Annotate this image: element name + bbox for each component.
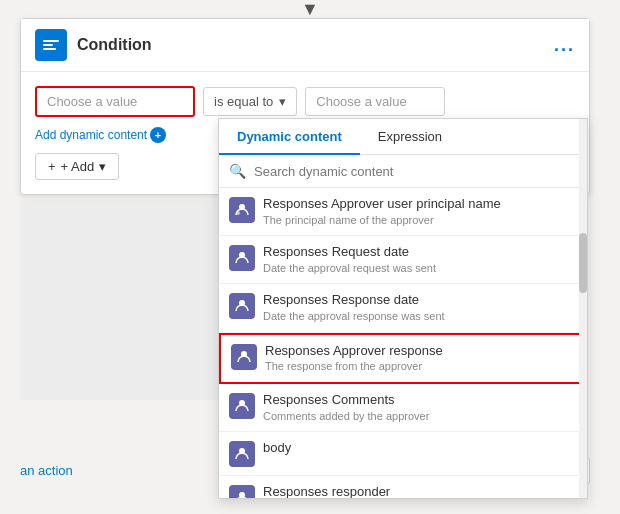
item-icon-svg: [234, 490, 250, 498]
item-title: body: [263, 440, 577, 457]
item-text: Responses responder: [263, 484, 577, 498]
item-icon: [229, 293, 255, 319]
item-icon-svg: [234, 398, 250, 414]
condition-title: Condition: [77, 36, 554, 54]
list-item[interactable]: Responses responder: [219, 476, 587, 498]
item-text: Responses Approver user principal name T…: [263, 196, 577, 227]
item-icon: [231, 344, 257, 370]
item-subtitle: Comments added by the approver: [263, 409, 577, 423]
item-icon: [229, 485, 255, 498]
item-title: Responses Comments: [263, 392, 577, 409]
svg-point-4: [236, 211, 240, 215]
operator-label: is equal to: [214, 94, 273, 109]
scrollbar-track: [579, 119, 587, 498]
item-subtitle: Date the approval request was sent: [263, 261, 577, 275]
item-title: Responses Approver user principal name: [263, 196, 577, 213]
item-icon-svg: [236, 349, 252, 365]
list-item[interactable]: Responses Comments Comments added by the…: [219, 384, 587, 432]
add-dynamic-content-label: Add dynamic content: [35, 128, 147, 142]
top-arrow: ▼: [301, 0, 319, 18]
item-icon: [229, 245, 255, 271]
condition-header: Condition ...: [21, 19, 589, 72]
scrollbar-thumb[interactable]: [579, 233, 587, 293]
plus-circle-icon: +: [150, 127, 166, 143]
add-plus-icon: +: [48, 159, 56, 174]
item-text: Responses Request date Date the approval…: [263, 244, 577, 275]
list-item[interactable]: Responses Request date Date the approval…: [219, 236, 587, 284]
item-title: Responses Approver response: [265, 343, 575, 360]
add-action-link[interactable]: an action: [20, 463, 73, 478]
item-subtitle: The response from the approver: [265, 359, 575, 373]
canvas: ▼ Condition ... Choose a value is equal …: [0, 0, 620, 514]
tab-dynamic-label: Dynamic content: [237, 129, 342, 144]
left-value-input[interactable]: Choose a value: [35, 86, 195, 117]
item-icon: [229, 393, 255, 419]
condition-icon-svg: [41, 35, 61, 55]
add-button[interactable]: + + Add ▾: [35, 153, 119, 180]
right-value-input[interactable]: Choose a value: [305, 87, 445, 116]
tab-expression-label: Expression: [378, 129, 442, 144]
svg-rect-0: [43, 40, 59, 42]
left-value-placeholder: Choose a value: [47, 94, 137, 109]
more-options-button[interactable]: ...: [554, 35, 575, 56]
item-icon-svg: [234, 202, 250, 218]
search-icon: 🔍: [229, 163, 246, 179]
item-subtitle: The principal name of the approver: [263, 213, 577, 227]
item-icon: [229, 441, 255, 467]
item-icon-svg: [234, 298, 250, 314]
dropdown-tabs: Dynamic content Expression: [219, 119, 587, 155]
item-title: Responses responder: [263, 484, 577, 498]
item-icon-svg: [234, 250, 250, 266]
list-item[interactable]: Responses Response date Date the approva…: [219, 284, 587, 332]
item-text: Responses Approver response The response…: [265, 343, 575, 374]
dropdown-list: Responses Approver user principal name T…: [219, 188, 587, 498]
item-title: Responses Response date: [263, 292, 577, 309]
tab-expression[interactable]: Expression: [360, 119, 460, 154]
svg-rect-1: [43, 44, 53, 46]
item-icon-svg: [234, 446, 250, 462]
list-item-highlighted[interactable]: Responses Approver response The response…: [219, 333, 587, 384]
right-value-placeholder: Choose a value: [316, 94, 406, 109]
condition-row: Choose a value is equal to ▾ Choose a va…: [35, 86, 575, 117]
dropdown-panel: Dynamic content Expression 🔍: [218, 118, 588, 499]
add-chevron-icon: ▾: [99, 159, 106, 174]
search-box: 🔍: [219, 155, 587, 188]
tab-dynamic-content[interactable]: Dynamic content: [219, 119, 360, 154]
chevron-down-icon: ▾: [279, 94, 286, 109]
item-title: Responses Request date: [263, 244, 577, 261]
item-subtitle: Date the approval response was sent: [263, 309, 577, 323]
add-action-label: an action: [20, 463, 73, 478]
svg-rect-2: [43, 48, 56, 50]
item-icon: [229, 197, 255, 223]
item-text: body: [263, 440, 577, 457]
add-button-label: + Add: [61, 159, 95, 174]
item-text: Responses Response date Date the approva…: [263, 292, 577, 323]
item-text: Responses Comments Comments added by the…: [263, 392, 577, 423]
list-item[interactable]: Responses Approver user principal name T…: [219, 188, 587, 236]
condition-icon: [35, 29, 67, 61]
operator-select[interactable]: is equal to ▾: [203, 87, 297, 116]
grey-background: [20, 200, 220, 400]
list-item[interactable]: body: [219, 432, 587, 476]
search-input[interactable]: [254, 164, 577, 179]
